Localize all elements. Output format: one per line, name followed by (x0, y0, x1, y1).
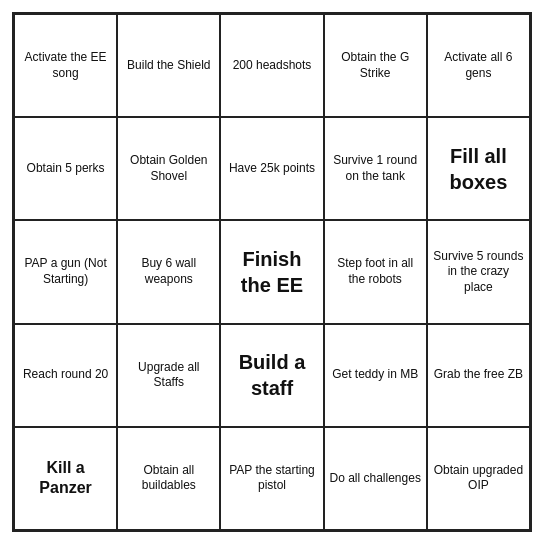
bingo-cell-r3c0[interactable]: Reach round 20 (14, 324, 117, 427)
bingo-board: Activate the EE songBuild the Shield200 … (12, 12, 532, 532)
bingo-cell-r1c1[interactable]: Obtain Golden Shovel (117, 117, 220, 220)
bingo-cell-r2c4[interactable]: Survive 5 rounds in the crazy place (427, 220, 530, 323)
bingo-cell-r4c3[interactable]: Do all challenges (324, 427, 427, 530)
bingo-cell-r4c0[interactable]: Kill a Panzer (14, 427, 117, 530)
bingo-cell-r3c3[interactable]: Get teddy in MB (324, 324, 427, 427)
bingo-cell-r4c2[interactable]: PAP the starting pistol (220, 427, 323, 530)
bingo-cell-r2c1[interactable]: Buy 6 wall weapons (117, 220, 220, 323)
bingo-cell-r1c4[interactable]: Fill all boxes (427, 117, 530, 220)
bingo-cell-r2c0[interactable]: PAP a gun (Not Starting) (14, 220, 117, 323)
bingo-cell-r0c0[interactable]: Activate the EE song (14, 14, 117, 117)
bingo-cell-r4c1[interactable]: Obtain all buildables (117, 427, 220, 530)
bingo-cell-r0c2[interactable]: 200 headshots (220, 14, 323, 117)
bingo-cell-r1c0[interactable]: Obtain 5 perks (14, 117, 117, 220)
bingo-cell-r3c1[interactable]: Upgrade all Staffs (117, 324, 220, 427)
bingo-cell-r3c4[interactable]: Grab the free ZB (427, 324, 530, 427)
bingo-cell-r2c2[interactable]: Finish the EE (220, 220, 323, 323)
bingo-cell-r0c1[interactable]: Build the Shield (117, 14, 220, 117)
bingo-cell-r2c3[interactable]: Step foot in all the robots (324, 220, 427, 323)
bingo-cell-r1c3[interactable]: Survive 1 round on the tank (324, 117, 427, 220)
bingo-cell-r1c2[interactable]: Have 25k points (220, 117, 323, 220)
bingo-cell-r0c3[interactable]: Obtain the G Strike (324, 14, 427, 117)
bingo-cell-r4c4[interactable]: Obtain upgraded OIP (427, 427, 530, 530)
bingo-cell-r0c4[interactable]: Activate all 6 gens (427, 14, 530, 117)
bingo-cell-r3c2[interactable]: Build a staff (220, 324, 323, 427)
